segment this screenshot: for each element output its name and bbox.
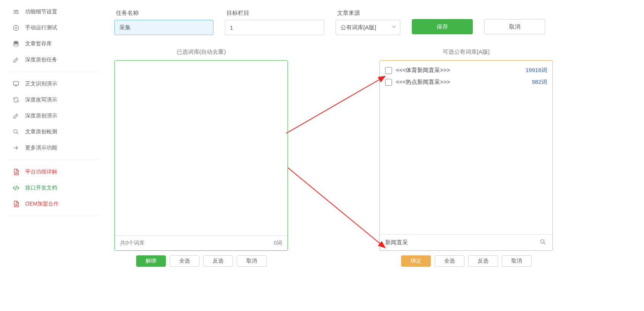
search-icon[interactable] xyxy=(537,237,549,248)
sidebar-item-label: 文章暂存库 xyxy=(25,40,52,47)
share-icon xyxy=(11,144,21,151)
form-group-article-source: 文章来源 xyxy=(336,10,400,35)
file-text-icon xyxy=(11,168,21,175)
divider xyxy=(8,72,99,72)
sidebar-item-label: 功能细节设置 xyxy=(25,8,57,15)
sidebar-item-label: 手动运行测试 xyxy=(25,24,57,31)
play-circle-icon xyxy=(11,24,21,31)
sidebar-item-label: OEM加盟合作 xyxy=(25,200,59,207)
sidebar-item-api-dev-docs[interactable]: 接口开发文档 xyxy=(8,180,99,196)
sidebar-item-label: 深度改写演示 xyxy=(25,96,57,103)
panels-row: 已选词库(自动去重) 共0个词库 0词 解绑 全选 反选 取消 可选公有词库[A… xyxy=(114,48,636,267)
sidebar-item-deep-original-demo[interactable]: 深度原创演示 xyxy=(8,108,99,124)
monitor-icon xyxy=(11,80,21,87)
main-content: 任务名称 目标栏目 文章来源 保存 取消 已选词库(自动去重) xyxy=(114,0,636,267)
sidebar-item-label: 正文识别演示 xyxy=(25,80,57,87)
article-source-label: 文章来源 xyxy=(336,10,400,17)
search-icon xyxy=(11,128,21,135)
spacer xyxy=(412,10,545,16)
lexicon-count: 19916词 xyxy=(525,67,547,74)
available-lexicon-body: <<<体育新闻直采>>> 19916词 <<<热点新闻直采>>> 982词 xyxy=(380,61,552,234)
bind-button[interactable]: 绑定 xyxy=(401,255,431,267)
sidebar-item-more-demo-features[interactable]: 更多演示功能 xyxy=(8,140,99,156)
svg-point-1 xyxy=(15,11,16,13)
selected-lexicon-count: 共0个词库 xyxy=(120,240,145,247)
lexicon-item[interactable]: <<<热点新闻直采>>> 982词 xyxy=(385,76,547,88)
sidebar-item-deep-rewrite-demo[interactable]: 深度改写演示 xyxy=(8,92,99,108)
svg-point-0 xyxy=(16,10,17,11)
selected-lexicon-box: 共0个词库 0词 xyxy=(114,60,288,251)
form-row: 任务名称 目标栏目 文章来源 保存 取消 xyxy=(114,10,636,35)
sidebar-item-label: 深度原创任务 xyxy=(25,56,57,63)
sidebar-item-platform-guide[interactable]: 平台功能详解 xyxy=(8,164,99,180)
cancel-selection-button[interactable]: 取消 xyxy=(502,255,532,267)
lexicon-search-input[interactable] xyxy=(384,238,537,247)
unbind-button[interactable]: 解绑 xyxy=(136,255,166,267)
selected-lexicon-title: 已选词库(自动去重) xyxy=(114,48,288,56)
form-group-actions: 保存 取消 xyxy=(412,10,545,35)
invert-selection-button[interactable]: 反选 xyxy=(203,255,233,267)
sidebar-item-body-recognition-demo[interactable]: 正文识别演示 xyxy=(8,76,99,92)
selected-lexicon-body xyxy=(115,61,287,236)
sidebar-item-label: 更多演示功能 xyxy=(25,144,57,151)
lexicon-item[interactable]: <<<体育新闻直采>>> 19916词 xyxy=(385,64,547,76)
code-icon xyxy=(11,184,21,191)
sidebar-item-label: 平台功能详解 xyxy=(25,168,57,175)
sidebar-item-label: 接口开发文档 xyxy=(25,184,57,191)
target-column-input[interactable] xyxy=(225,20,324,35)
available-lexicon-panel: 可选公有词库[A版] <<<体育新闻直采>>> 19916词 <<<热点新闻直采… xyxy=(379,48,553,267)
svg-rect-5 xyxy=(13,82,19,85)
available-lexicon-actions: 绑定 全选 反选 取消 xyxy=(379,255,553,267)
available-lexicon-box: <<<体育新闻直采>>> 19916词 <<<热点新闻直采>>> 982词 xyxy=(379,60,553,251)
selected-lexicon-words: 0词 xyxy=(274,240,282,247)
form-group-task-name: 任务名称 xyxy=(114,10,214,35)
available-lexicon-search xyxy=(380,234,552,250)
divider xyxy=(8,160,99,160)
divider xyxy=(8,216,99,216)
sliders-icon xyxy=(11,8,21,15)
sidebar-item-article-original-check[interactable]: 文章原创检测 xyxy=(8,124,99,140)
sidebar-item-deep-original-task[interactable]: 深度原创任务 xyxy=(8,52,99,68)
selected-lexicon-panel: 已选词库(自动去重) 共0个词库 0词 解绑 全选 反选 取消 xyxy=(114,48,288,267)
article-source-select[interactable] xyxy=(336,20,400,35)
select-all-button[interactable]: 全选 xyxy=(435,255,464,267)
lexicon-checkbox[interactable] xyxy=(385,67,392,74)
file-text-icon xyxy=(11,200,21,207)
invert-selection-button[interactable]: 反选 xyxy=(468,255,498,267)
cancel-selection-button[interactable]: 取消 xyxy=(237,255,267,267)
sidebar-item-detail-settings[interactable]: 功能细节设置 xyxy=(8,4,99,20)
sidebar-item-oem-cooperation[interactable]: OEM加盟合作 xyxy=(8,196,99,212)
sidebar-item-manual-run-test[interactable]: 手动运行测试 xyxy=(8,20,99,36)
selected-lexicon-footer: 共0个词库 0词 xyxy=(115,236,287,250)
sidebar-item-article-temp-store[interactable]: 文章暂存库 xyxy=(8,36,99,52)
lexicon-count: 982词 xyxy=(532,79,547,86)
task-name-label: 任务名称 xyxy=(114,10,214,17)
cancel-button[interactable]: 取消 xyxy=(484,19,545,34)
svg-point-2 xyxy=(17,13,18,14)
lexicon-checkbox[interactable] xyxy=(385,79,392,86)
sidebar: 功能细节设置 手动运行测试 文章暂存库 深度原创任务 正文识别演示 深度改写演示… xyxy=(8,0,99,220)
sidebar-item-label: 深度原创演示 xyxy=(25,112,57,119)
refresh-icon xyxy=(11,96,21,103)
available-lexicon-title: 可选公有词库[A版] xyxy=(379,48,553,56)
form-group-target-column: 目标栏目 xyxy=(225,10,324,35)
edit-icon xyxy=(11,112,21,119)
lexicon-label: <<<体育新闻直采>>> xyxy=(396,67,525,74)
selected-lexicon-actions: 解绑 全选 反选 取消 xyxy=(114,255,288,267)
save-button[interactable]: 保存 xyxy=(412,19,473,34)
svg-point-6 xyxy=(14,130,17,133)
database-icon xyxy=(11,40,21,47)
target-column-label: 目标栏目 xyxy=(225,10,324,17)
select-all-button[interactable]: 全选 xyxy=(170,255,199,267)
task-name-input[interactable] xyxy=(114,20,214,35)
svg-point-7 xyxy=(541,240,544,243)
edit-icon xyxy=(11,56,21,63)
sidebar-item-label: 文章原创检测 xyxy=(25,128,57,135)
lexicon-label: <<<热点新闻直采>>> xyxy=(396,79,532,86)
